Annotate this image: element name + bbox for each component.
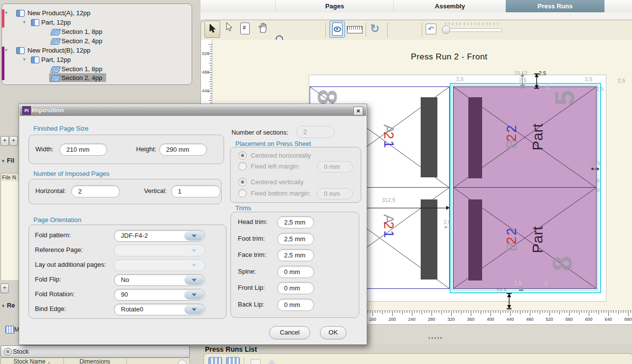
fixed-left-margin-radio[interactable] bbox=[238, 162, 247, 170]
ruler-tick bbox=[542, 311, 543, 313]
slider-tick bbox=[479, 23, 479, 25]
top-strip bbox=[0, 0, 201, 3]
remove-file-button[interactable]: + bbox=[9, 136, 18, 146]
cancel-button[interactable]: Cancel bbox=[269, 326, 310, 339]
chevron-down-icon[interactable] bbox=[184, 290, 204, 300]
direct-select-tool-button[interactable] bbox=[226, 22, 232, 34]
ruler-tick bbox=[466, 311, 466, 313]
caret-down-icon[interactable]: ▾ bbox=[23, 56, 26, 62]
tree-item-section1-a[interactable]: Section 1, 8pp bbox=[0, 27, 187, 36]
chevron-down-icon[interactable] bbox=[184, 275, 204, 285]
fold-pattern-select[interactable]: JDF-F4-2 bbox=[114, 230, 205, 242]
media-grid-icon[interactable] bbox=[5, 326, 14, 334]
front-lip-field[interactable]: 0 mm bbox=[277, 282, 314, 294]
press-run-view2-button[interactable] bbox=[226, 357, 240, 364]
dimensions-column[interactable]: Dimensions bbox=[64, 358, 126, 364]
centered-horizontally-radio[interactable] bbox=[238, 151, 247, 160]
ruler-tick bbox=[463, 311, 464, 313]
ruler-tick bbox=[601, 311, 602, 313]
resources-section-header[interactable]: ▼Re bbox=[1, 302, 15, 309]
ruler-tick bbox=[564, 311, 565, 313]
rotate-view-button[interactable] bbox=[370, 23, 379, 34]
ruler-tick bbox=[468, 311, 469, 313]
press-run-view-button[interactable] bbox=[208, 357, 222, 364]
tree-item-product-a[interactable]: ▾ New Product(A), 12pp bbox=[0, 8, 187, 18]
tree-item-part-a[interactable]: ▾ Part, 12pp bbox=[0, 18, 187, 27]
caret-down-icon[interactable]: ▾ bbox=[5, 10, 7, 15]
drag-handle[interactable] bbox=[519, 287, 523, 291]
spine-label: Spine: bbox=[238, 268, 256, 275]
add-resource-button[interactable]: + bbox=[0, 283, 9, 293]
ruler-tick bbox=[209, 82, 212, 82]
ok-button[interactable]: OK bbox=[320, 326, 346, 339]
pan-tool-button[interactable] bbox=[258, 23, 267, 35]
head-trim-label: Head trim: bbox=[238, 218, 267, 225]
close-button[interactable]: × bbox=[353, 107, 363, 115]
bind-edge-select[interactable]: Rotate0 bbox=[114, 304, 205, 315]
select-cursor-icon bbox=[209, 24, 216, 33]
stock-header-widget[interactable] bbox=[178, 360, 187, 364]
horizontal-field[interactable]: 2 bbox=[71, 185, 120, 197]
measurement-label: 2,5 bbox=[588, 283, 596, 289]
tree-item-section2-b-selected[interactable]: Section 2, 4pp bbox=[0, 73, 187, 83]
page-number-tool-button[interactable] bbox=[240, 23, 250, 34]
fold-flip-select[interactable]: No bbox=[114, 274, 205, 286]
foot-trim-field[interactable]: 2,5 mm bbox=[277, 233, 314, 245]
caret-down-icon[interactable]: ▾ bbox=[5, 47, 7, 53]
zoom-slider-track[interactable] bbox=[443, 28, 502, 32]
fixed-bottom-margin-radio[interactable] bbox=[238, 189, 247, 197]
height-label: Height: bbox=[136, 145, 156, 153]
add-file-button[interactable]: + bbox=[0, 136, 9, 146]
spine-field[interactable]: 0 mm bbox=[277, 266, 314, 278]
ruler-tick bbox=[436, 311, 437, 313]
tree-item-section2-a[interactable]: Section 2, 4pp bbox=[0, 36, 187, 46]
ruler-tick bbox=[373, 311, 373, 316]
chevron-down-icon[interactable] bbox=[184, 231, 204, 241]
height-field[interactable]: 290 mm bbox=[159, 143, 207, 156]
ruler-tick bbox=[387, 311, 388, 313]
vertical-label: Vertical: bbox=[144, 187, 167, 195]
list-tool-icon[interactable] bbox=[251, 359, 260, 364]
vertical-field[interactable]: 1 bbox=[171, 185, 221, 197]
preview-toggle-button[interactable] bbox=[329, 21, 345, 38]
face-trim-field[interactable]: 2,5 mm bbox=[277, 249, 314, 261]
ruler-tick bbox=[481, 311, 481, 314]
head-trim-field[interactable]: 2,5 mm bbox=[277, 216, 314, 228]
triangle-down-icon: ▼ bbox=[1, 304, 5, 308]
measure-tool-button[interactable] bbox=[347, 26, 363, 33]
tree-item-section1-b[interactable]: Section 1, 8pp bbox=[0, 64, 187, 74]
drag-handle[interactable] bbox=[520, 84, 525, 88]
dialog-title-bar[interactable]: PI Imposition × bbox=[20, 105, 366, 116]
tree-item-part-b[interactable]: ▾ Part, 12pp bbox=[0, 55, 187, 64]
fold-rotation-select[interactable]: 90 bbox=[114, 289, 205, 301]
tree-item-product-b[interactable]: ▾ New Product(B), 12pp bbox=[0, 46, 187, 55]
caret-down-icon[interactable]: ▾ bbox=[23, 19, 26, 25]
ruler-tick bbox=[488, 311, 488, 313]
revert-page-button[interactable] bbox=[426, 24, 436, 34]
back-lip-field[interactable]: 0 mm bbox=[277, 299, 314, 311]
tab-pages[interactable]: Pages bbox=[275, 0, 394, 12]
fold-pattern-value: JDF-F4-2 bbox=[121, 232, 148, 239]
zoom-slider-knob[interactable] bbox=[442, 26, 450, 34]
slider-tick bbox=[460, 23, 460, 25]
ruler-tick bbox=[537, 311, 538, 313]
tab-assembly[interactable]: Assembly bbox=[393, 0, 506, 12]
toolbar-separator bbox=[366, 23, 366, 37]
slider-tick bbox=[453, 23, 453, 25]
splitter-handle[interactable] bbox=[429, 337, 442, 339]
selection-border-inner bbox=[452, 85, 598, 290]
width-field[interactable]: 210 mm bbox=[59, 143, 107, 156]
files-section-header[interactable]: ▼Fil bbox=[1, 157, 14, 164]
ruler-label: 280 bbox=[428, 317, 435, 322]
resources-section-label: Re bbox=[7, 302, 15, 309]
up-arrow-icon[interactable] bbox=[268, 359, 276, 364]
chevron-down-icon[interactable] bbox=[184, 305, 204, 314]
press-run-title: Press Run 2 - Front bbox=[411, 52, 488, 62]
stock-name-column[interactable]: Stock Name ▲ bbox=[1, 358, 63, 364]
centered-vertically-radio[interactable] bbox=[238, 178, 247, 186]
tab-press-runs[interactable]: Press Runs bbox=[506, 0, 604, 12]
file-name-column-header[interactable]: File N bbox=[0, 173, 20, 182]
select-tool-button[interactable] bbox=[204, 21, 220, 38]
stock-panel-header[interactable]: Stock bbox=[0, 345, 190, 358]
ruler-tick bbox=[603, 311, 604, 313]
